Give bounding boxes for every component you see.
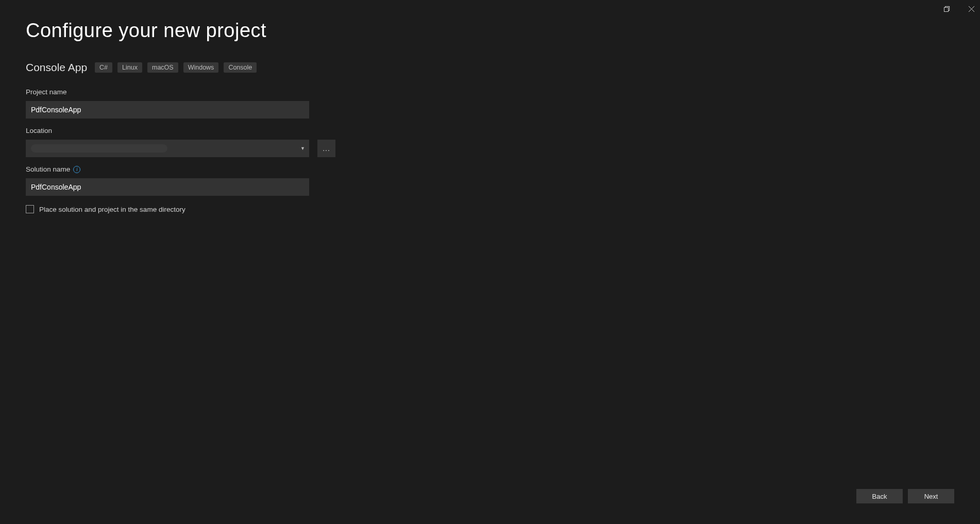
project-form: Project name Location ▼ ... Solution nam…: [26, 88, 356, 213]
solution-name-input[interactable]: [26, 178, 309, 196]
template-name: Console App: [26, 61, 87, 74]
project-name-input[interactable]: [26, 101, 309, 119]
svg-rect-1: [944, 7, 948, 11]
project-name-field: Project name: [26, 88, 356, 119]
tag-linux: Linux: [117, 62, 142, 73]
project-name-label: Project name: [26, 88, 67, 96]
close-icon[interactable]: [967, 4, 976, 13]
same-directory-checkbox[interactable]: [26, 205, 34, 213]
next-button[interactable]: Next: [908, 489, 954, 503]
footer-nav: Back Next: [856, 489, 954, 503]
same-directory-label: Place solution and project in the same d…: [39, 206, 185, 213]
tag-csharp: C#: [95, 62, 112, 73]
template-tags: C# Linux macOS Windows Console: [95, 62, 257, 73]
back-button[interactable]: Back: [856, 489, 903, 503]
browse-location-button[interactable]: ...: [317, 140, 335, 157]
tag-console: Console: [224, 62, 257, 73]
same-directory-row: Place solution and project in the same d…: [26, 205, 356, 213]
maximize-icon[interactable]: [942, 4, 951, 13]
chevron-down-icon: ▼: [300, 146, 305, 151]
solution-name-label: Solution name: [26, 165, 70, 173]
location-field: Location ▼ ...: [26, 127, 356, 157]
solution-name-field: Solution name i: [26, 165, 356, 196]
location-label: Location: [26, 127, 52, 134]
template-header: Console App C# Linux macOS Windows Conso…: [26, 61, 954, 74]
window-controls: [942, 4, 976, 13]
tag-macos: macOS: [147, 62, 178, 73]
location-value-redacted: [31, 144, 167, 153]
location-dropdown[interactable]: ▼: [26, 140, 309, 157]
tag-windows: Windows: [183, 62, 219, 73]
main-content: Configure your new project Console App C…: [0, 0, 980, 213]
info-icon[interactable]: i: [73, 166, 80, 173]
page-title: Configure your new project: [26, 20, 954, 42]
